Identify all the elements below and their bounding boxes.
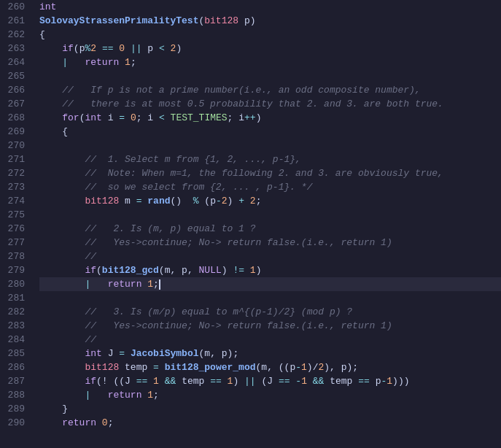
code-line: // so we select from {2, ... , p-1}. */ xyxy=(39,180,501,194)
line-number: 266 xyxy=(0,83,25,97)
code-line: // 1. Select m from {1, 2, ..., p-1}, xyxy=(39,152,501,166)
line-number: 262 xyxy=(0,28,25,42)
code-line: | return 1; xyxy=(39,277,501,291)
line-number: 286 xyxy=(0,360,25,374)
code-line: // Yes->continue; No-> return false.(i.e… xyxy=(39,319,501,333)
line-number: 277 xyxy=(0,236,25,250)
line-number: 285 xyxy=(0,347,25,360)
line-number: 264 xyxy=(0,55,25,69)
code-line: | return 1; xyxy=(39,388,501,402)
code-editor: 2602612622632642652662672682692702712722… xyxy=(0,0,501,448)
line-number: 271 xyxy=(0,152,25,166)
line-number: 267 xyxy=(0,97,25,111)
line-number: 280 xyxy=(0,277,25,291)
code-line: // If p is not a prime number(i.e., an o… xyxy=(39,83,501,97)
code-line: // Note: When m=1, the following 2. and … xyxy=(39,166,501,180)
line-number: 269 xyxy=(0,125,25,139)
line-number: 263 xyxy=(0,42,25,55)
code-line: bit128 m = rand() % (p-2) + 2; xyxy=(39,194,501,208)
code-line xyxy=(39,291,501,305)
line-number: 284 xyxy=(0,333,25,347)
code-line: SolovayStrassenPrimalityTest(bit128 p) xyxy=(39,14,501,28)
code-line: if(! ((J == 1 && temp == 1) || (J == -1 … xyxy=(39,374,501,388)
line-number: 282 xyxy=(0,305,25,319)
line-number: 261 xyxy=(0,14,25,28)
line-number: 273 xyxy=(0,180,25,194)
line-number: 287 xyxy=(0,374,25,388)
code-line: for(int i = 0; i < TEST_TIMES; i++) xyxy=(39,111,501,125)
code-line: | return 1; xyxy=(39,55,501,69)
code-line: return 0; xyxy=(39,416,501,430)
line-number: 288 xyxy=(0,388,25,402)
code-line xyxy=(39,69,501,83)
line-number: 265 xyxy=(0,69,25,83)
code-line: // xyxy=(39,250,501,263)
code-line: if(p%2 == 0 || p < 2) xyxy=(39,42,501,55)
line-number: 274 xyxy=(0,194,25,208)
line-number: 276 xyxy=(0,222,25,236)
line-number: 275 xyxy=(0,208,25,222)
line-number: 268 xyxy=(0,111,25,125)
code-line: { xyxy=(39,125,501,139)
line-number: 290 xyxy=(0,416,25,430)
line-number: 281 xyxy=(0,291,25,305)
code-line: // there is at most 0.5 probability that… xyxy=(39,97,501,111)
line-number: 279 xyxy=(0,263,25,277)
code-line: // xyxy=(39,333,501,347)
code-line: int J = JacobiSymbol(m, p); xyxy=(39,347,501,360)
code-line: // Yes->continue; No-> return false.(i.e… xyxy=(39,236,501,250)
line-number: 270 xyxy=(0,139,25,152)
line-number: 272 xyxy=(0,166,25,180)
code-line: bit128 temp = bit128_power_mod(m, ((p-1)… xyxy=(39,360,501,374)
code-line: int xyxy=(39,0,501,14)
code-line: if(bit128_gcd(m, p, NULL) != 1) xyxy=(39,263,501,277)
line-number: 289 xyxy=(0,402,25,416)
code-line: // 3. Is (m/p) equal to m^{(p-1)/2} (mod… xyxy=(39,305,501,319)
code-line: { xyxy=(39,28,501,42)
line-numbers: 2602612622632642652662672682692702712722… xyxy=(0,0,34,448)
line-number: 283 xyxy=(0,319,25,333)
line-number: 278 xyxy=(0,250,25,263)
line-number: 260 xyxy=(0,0,25,14)
code-line xyxy=(39,139,501,152)
code-line xyxy=(39,208,501,222)
code-content: intSolovayStrassenPrimalityTest(bit128 p… xyxy=(34,0,501,448)
code-line: } xyxy=(39,402,501,416)
code-line: // 2. Is (m, p) equal to 1 ? xyxy=(39,222,501,236)
